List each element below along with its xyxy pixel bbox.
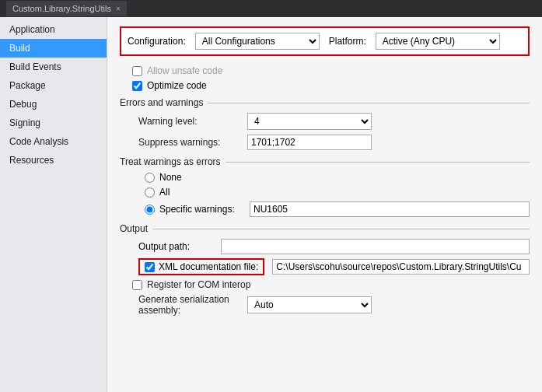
output-path-input[interactable] <box>221 239 530 254</box>
warning-level-label: Warning level: <box>138 116 247 127</box>
sidebar-item-code-analysis[interactable]: Code Analysis <box>0 132 107 151</box>
output-label: Output <box>120 223 148 234</box>
sidebar-item-package[interactable]: Package <box>0 76 107 95</box>
main-layout: Application Build Build Events Package D… <box>0 17 542 392</box>
treat-none-label: None <box>159 172 182 183</box>
treat-none-radio[interactable] <box>145 173 155 183</box>
xml-doc-path-input[interactable] <box>272 259 530 275</box>
serialization-select[interactable]: Auto On Off <box>247 296 372 313</box>
editor-tab[interactable]: Custom.Library.StringUtils × <box>6 1 127 16</box>
sidebar-item-build[interactable]: Build <box>0 39 107 58</box>
xml-doc-highlighted-box: XML documentation file: <box>138 258 264 275</box>
sidebar-item-application[interactable]: Application <box>0 20 107 39</box>
com-interop-row: Register for COM interop <box>120 279 530 290</box>
suppress-warnings-input[interactable] <box>247 135 372 150</box>
errors-warnings-label: Errors and warnings <box>120 97 203 108</box>
output-path-label: Output path: <box>138 241 216 252</box>
treat-specific-label: Specific warnings: <box>159 204 245 215</box>
treat-specific-radio[interactable] <box>145 205 155 215</box>
title-bar: Custom.Library.StringUtils × <box>0 0 542 17</box>
optimize-code-label: Optimize code <box>147 80 207 91</box>
sidebar: Application Build Build Events Package D… <box>0 17 107 392</box>
treat-all-row: All <box>120 187 530 198</box>
sidebar-item-signing[interactable]: Signing <box>0 114 107 132</box>
xml-doc-label: XML documentation file: <box>159 261 258 272</box>
warning-level-select[interactable]: 4 0 1 2 3 5 <box>247 113 372 130</box>
configuration-select[interactable]: All Configurations Debug Release <box>195 33 320 50</box>
platform-select[interactable]: Active (Any CPU) Any CPU x86 x64 <box>376 33 500 50</box>
warning-level-row: Warning level: 4 0 1 2 3 5 <box>120 113 530 130</box>
allow-unsafe-label: Allow unsafe code <box>147 65 222 76</box>
tab-title: Custom.Library.StringUtils <box>12 4 111 13</box>
output-section-header: Output <box>120 223 530 234</box>
suppress-warnings-row: Suppress warnings: <box>120 135 530 150</box>
platform-label: Platform: <box>329 36 366 47</box>
allow-unsafe-checkbox[interactable] <box>132 66 142 76</box>
optimize-code-row: Optimize code <box>120 80 530 91</box>
output-path-row: Output path: <box>120 239 530 254</box>
suppress-warnings-label: Suppress warnings: <box>138 137 247 148</box>
com-interop-checkbox[interactable] <box>132 280 142 290</box>
serialization-label: Generate serialization assembly: <box>138 294 247 316</box>
sidebar-item-resources[interactable]: Resources <box>0 151 107 170</box>
treat-all-label: All <box>159 187 170 198</box>
treat-all-radio[interactable] <box>145 187 155 198</box>
optimize-code-checkbox[interactable] <box>132 81 142 91</box>
allow-unsafe-row: Allow unsafe code <box>120 65 530 76</box>
treat-none-row: None <box>120 172 530 183</box>
errors-warnings-section-header: Errors and warnings <box>120 97 530 108</box>
treat-warnings-section-header: Treat warnings as errors <box>120 156 530 167</box>
com-interop-label: Register for COM interop <box>147 279 250 290</box>
tab-close-button[interactable]: × <box>116 5 121 13</box>
treat-warnings-label: Treat warnings as errors <box>120 156 221 167</box>
configuration-platform-bar: Configuration: All Configurations Debug … <box>120 26 530 56</box>
sidebar-item-debug[interactable]: Debug <box>0 95 107 114</box>
xml-doc-row: XML documentation file: <box>120 258 530 275</box>
xml-doc-checkbox[interactable] <box>145 262 155 272</box>
content-panel: Configuration: All Configurations Debug … <box>107 17 542 392</box>
treat-specific-row: Specific warnings: <box>120 201 530 217</box>
treat-specific-input[interactable] <box>250 201 530 217</box>
configuration-label: Configuration: <box>128 36 186 47</box>
sidebar-item-build-events[interactable]: Build Events <box>0 58 107 76</box>
serialization-row: Generate serialization assembly: Auto On… <box>120 294 530 316</box>
